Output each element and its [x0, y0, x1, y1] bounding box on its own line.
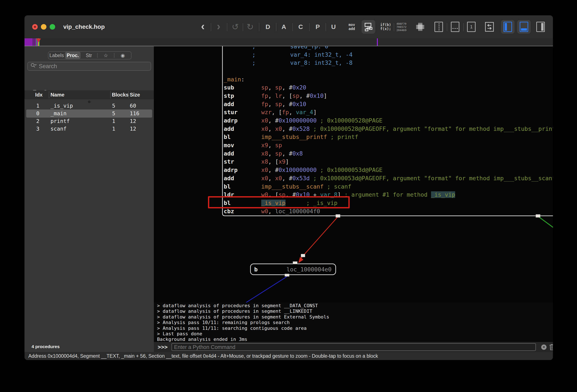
- hex-view-button[interactable]: 486F70706572204469: [397, 15, 406, 38]
- asm-line[interactable]: stpfp, lr, [sp, #0x10]: [224, 92, 553, 100]
- asm-line[interactable]: _main:: [224, 75, 553, 83]
- zoom-button[interactable]: [50, 24, 55, 30]
- toolbar-separator: [243, 23, 243, 31]
- asm-line[interactable]: strx8, [x9]: [224, 158, 553, 166]
- mark-as-code-button[interactable]: C: [298, 15, 303, 38]
- cfg-graph-view-icon[interactable]: [363, 15, 373, 38]
- asm-line[interactable]: ; var_4: int32_t, -4: [224, 50, 553, 59]
- split-vertical-icon[interactable]: [434, 15, 443, 38]
- asm-token: 0x528: [292, 125, 310, 132]
- asm-line[interactable]: blimp___stubs__printf ; printf: [224, 133, 553, 141]
- single-pane-icon[interactable]: 1: [467, 15, 475, 38]
- left-panel-toggle-icon[interactable]: [504, 15, 512, 38]
- split-horizontal-icon[interactable]: [451, 15, 459, 38]
- asm-token: ,: [282, 101, 289, 107]
- analysis-console[interactable]: > dataflow analysis of procedures in seg…: [154, 303, 553, 342]
- asm-token: ]: [324, 92, 327, 99]
- trash-icon[interactable]: [549, 344, 553, 351]
- asm-mnemonic: bl: [224, 134, 261, 140]
- asm-mnemonic: str: [224, 158, 261, 165]
- table-row[interactable]: 1_is_vip560: [25, 102, 154, 110]
- column-header-idx[interactable]: Idx: [35, 92, 43, 98]
- asm-token: x0: [261, 117, 268, 124]
- edge-handle[interactable]: [285, 274, 289, 277]
- toolbar-separator: [259, 23, 259, 31]
- asm-token: ,: [268, 167, 275, 173]
- table-row[interactable]: 2printf112: [25, 117, 154, 125]
- asm-line[interactable]: addx8, sp, #0x8: [224, 149, 553, 158]
- edge-handle[interactable]: [536, 214, 540, 217]
- undo-button[interactable]: ↺: [232, 15, 239, 38]
- asm-line[interactable]: movx9, sp: [224, 141, 553, 149]
- pseudocode-view-button[interactable]: if(b)f(x);: [380, 15, 391, 38]
- console-line: > Analysis pass 11/11: searching contigu…: [157, 325, 553, 331]
- edge-handle[interactable]: [293, 261, 297, 264]
- cfg-graph-pane[interactable]: ; saved_fp: 0; var_4: int32_t, -4; var_8…: [154, 46, 553, 303]
- forward-button[interactable]: ›: [217, 15, 220, 38]
- asm-token: #: [289, 84, 292, 91]
- bottom-panel-toggle-icon[interactable]: [520, 15, 528, 38]
- asm-mnemonic: mov: [224, 142, 261, 148]
- asm-token: x0: [261, 175, 268, 181]
- back-button[interactable]: ‹: [201, 15, 205, 38]
- edge-handle[interactable]: [301, 254, 305, 257]
- table-row[interactable]: 0_main5116: [25, 110, 154, 117]
- asm-token: imp___stubs__printf: [261, 134, 327, 140]
- asm-line[interactable]: [224, 67, 553, 75]
- branch-target-label: loc_1000004e0: [287, 266, 331, 273]
- column-divider[interactable]: [49, 91, 49, 98]
- asm-line[interactable]: ; saved_fp: 0: [224, 46, 553, 50]
- asm-line[interactable]: adrpx0, #0x100000000 ; 0x100000528@PAGE: [224, 116, 553, 125]
- column-divider[interactable]: [128, 91, 129, 98]
- column-header-size[interactable]: Size: [130, 92, 140, 98]
- cpu-chip-icon[interactable]: [415, 15, 425, 38]
- column-header-name[interactable]: Name: [50, 92, 64, 98]
- window-title: vip_check.hop: [63, 23, 105, 30]
- tab-procedures[interactable]: Proc.: [65, 52, 81, 59]
- minimize-button[interactable]: [41, 24, 46, 30]
- console-line: > dataflow analysis of procedures in seg…: [157, 303, 553, 309]
- python-command-input[interactable]: Enter a Python Command: [172, 343, 536, 351]
- branch-mnemonic: b: [254, 266, 258, 273]
- mark-as-ascii-button[interactable]: A: [282, 15, 286, 38]
- assembly-view-button[interactable]: movadd: [349, 15, 355, 38]
- asm-line[interactable]: addx0, x0, #0x53d ; 0x10000053d@PAGEOFF,…: [224, 174, 553, 182]
- toolbar-separator: [447, 23, 447, 31]
- asm-line[interactable]: blimp___stubs__scanf ; scanf: [224, 182, 553, 191]
- asm-line[interactable]: addx0, x0, #0x528 ; 0x100000528@PAGEOFF,…: [224, 125, 553, 133]
- table-row[interactable]: 3scanf112: [25, 125, 154, 133]
- redo-button[interactable]: ↻: [247, 15, 254, 38]
- tab-labels[interactable]: Labels: [48, 52, 65, 59]
- asm-line[interactable]: sturwzr, [fp, var_4]: [224, 108, 553, 116]
- close-button[interactable]: [32, 24, 38, 30]
- mark-as-undefined-button[interactable]: U: [331, 15, 336, 38]
- mark-as-data-button[interactable]: D: [265, 15, 270, 38]
- asm-token: lr: [275, 92, 282, 99]
- branch-node[interactable]: b loc_1000004e0: [250, 264, 336, 275]
- asm-line[interactable]: subsp, sp, #0x20: [224, 83, 553, 92]
- asm-token: ,: [268, 208, 275, 214]
- procedure-table-header: Idx Name Blocks Size: [25, 90, 154, 99]
- asm-token: ,: [282, 125, 289, 132]
- clear-console-icon[interactable]: ×: [541, 345, 546, 350]
- assembly-listing[interactable]: ; saved_fp: 0; var_4: int32_t, -4; var_8…: [224, 46, 553, 215]
- column-divider[interactable]: [110, 91, 110, 98]
- tab-strings[interactable]: Str: [80, 52, 97, 59]
- asm-line[interactable]: addfp, sp, #0x10: [224, 100, 553, 108]
- swap-panes-icon[interactable]: [485, 15, 494, 38]
- asm-token: ]: [286, 158, 289, 165]
- right-panel-toggle-icon[interactable]: [536, 15, 545, 38]
- column-header-blocks[interactable]: Blocks: [112, 92, 129, 98]
- python-input-placeholder: Enter a Python Command: [174, 344, 235, 350]
- tab-bookmarks-star-icon[interactable]: ☆: [98, 52, 114, 59]
- address-navigation-strip[interactable]: [25, 38, 553, 46]
- asm-line[interactable]: ; var_8: int32_t, -8: [224, 59, 553, 67]
- asm-line[interactable]: adrpx0, #0x100000000 ; 0x10000053d@PAGE: [224, 166, 553, 174]
- table-cell: 12: [130, 126, 136, 132]
- edge-handle[interactable]: [336, 214, 340, 217]
- tab-tags-icon[interactable]: ◉: [114, 52, 131, 59]
- mark-as-procedure-button[interactable]: P: [316, 15, 320, 38]
- search-input[interactable]: Search: [27, 62, 151, 71]
- console-line: Background analysis ended in 3ms: [157, 337, 553, 342]
- asm-mnemonic: sub: [224, 84, 261, 91]
